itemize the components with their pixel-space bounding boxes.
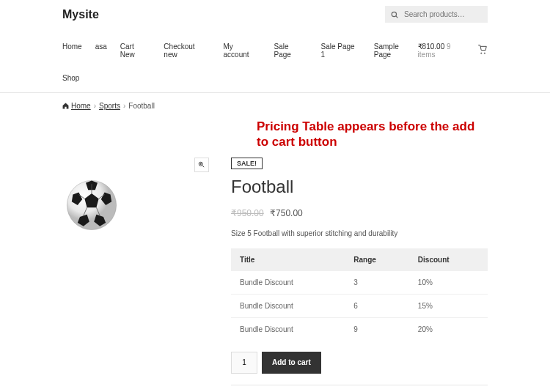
product-title: Football: [231, 177, 488, 197]
cell-discount: 10%: [409, 271, 488, 295]
breadcrumb-home-link[interactable]: Home: [71, 102, 91, 110]
table-row: Bundle Discount 6 15%: [231, 294, 488, 317]
price: ₹950.00 ₹750.00: [231, 208, 488, 218]
pricing-table: Title Range Discount Bundle Discount 3 1…: [231, 248, 488, 341]
zoom-button[interactable]: [194, 158, 209, 172]
secondary-nav: Shop: [0, 64, 550, 93]
breadcrumb-home[interactable]: Home: [62, 102, 91, 110]
breadcrumb-current: Football: [128, 102, 155, 110]
old-price: ₹950.00: [231, 208, 264, 218]
cell-range: 3: [345, 271, 409, 295]
svg-line-1: [396, 15, 398, 18]
svg-line-3: [202, 165, 205, 167]
annotation-text: Pricing Table appears before the add to …: [0, 119, 550, 158]
product-image[interactable]: [62, 176, 121, 234]
breadcrumb-category[interactable]: Sports: [99, 102, 120, 110]
cell-discount: 20%: [409, 317, 488, 341]
cell-discount: 15%: [409, 294, 488, 317]
breadcrumb-sep: ›: [123, 102, 125, 110]
sale-badge: SALE!: [231, 158, 263, 169]
nav-sale-page-1[interactable]: Sale Page 1: [320, 42, 360, 59]
search-box: [385, 6, 488, 23]
product-image-area: [62, 158, 209, 393]
product-description: Size 5 Football with superior stitching …: [231, 229, 488, 237]
cart-total-amount: ₹810.00: [418, 42, 445, 51]
table-row: Bundle Discount 9 20%: [231, 317, 488, 341]
th-range: Range: [345, 248, 409, 271]
nav-checkout-new[interactable]: Checkout new: [164, 42, 210, 59]
search-input[interactable]: [385, 6, 488, 23]
table-row: Bundle Discount 3 10%: [231, 271, 488, 295]
nav-sale-page[interactable]: Sale Page: [274, 42, 307, 59]
nav-asa[interactable]: asa: [95, 42, 107, 59]
svg-point-0: [392, 12, 396, 16]
cell-title: Bundle Discount: [231, 294, 345, 317]
quantity-input[interactable]: [231, 352, 257, 374]
new-price: ₹750.00: [270, 208, 303, 218]
breadcrumb: Home › Sports › Football: [0, 93, 550, 119]
divider: [231, 385, 488, 385]
search-icon: [391, 11, 398, 18]
cell-title: Bundle Discount: [231, 317, 345, 341]
nav-shop[interactable]: Shop: [62, 74, 79, 82]
primary-nav: Home asa Cart New Checkout new My accoun…: [0, 37, 550, 64]
nav-sample-page[interactable]: Sample Page: [374, 42, 418, 59]
nav-cart-new[interactable]: Cart New: [120, 42, 151, 59]
nav-my-account[interactable]: My account: [224, 42, 261, 59]
cart-summary[interactable]: ₹810.00 9 items: [418, 42, 470, 59]
site-title[interactable]: Mysite: [62, 8, 99, 21]
cart-icon[interactable]: [477, 45, 488, 57]
nav-home[interactable]: Home: [62, 42, 82, 59]
add-to-cart-button[interactable]: Add to cart: [262, 352, 321, 374]
cell-range: 6: [345, 294, 409, 317]
th-title: Title: [231, 248, 345, 271]
cell-range: 9: [345, 317, 409, 341]
cell-title: Bundle Discount: [231, 271, 345, 295]
magnify-icon: [198, 161, 205, 169]
breadcrumb-sep: ›: [94, 102, 96, 110]
home-icon: [62, 103, 69, 109]
th-discount: Discount: [409, 248, 488, 271]
